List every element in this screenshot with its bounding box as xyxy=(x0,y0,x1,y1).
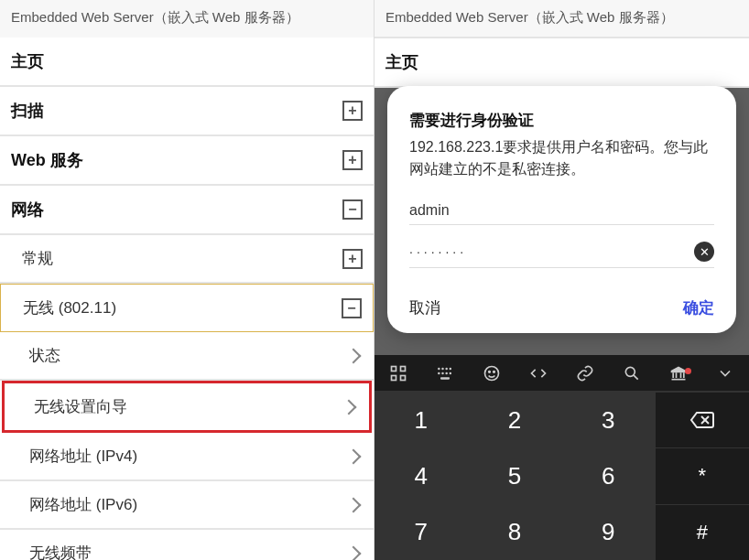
numeric-keyboard: 1 2 3 4 5 6 * 7 8 9 # xyxy=(374,355,749,560)
right-pane: Embedded Web Server（嵌入式 Web 服务器） 主页 需要进行… xyxy=(374,0,749,560)
svg-point-8 xyxy=(438,372,440,374)
username-field[interactable]: admin xyxy=(409,202,714,225)
key-hash[interactable]: # xyxy=(656,504,749,560)
password-field[interactable]: ········ xyxy=(409,244,694,259)
key-4[interactable]: 4 xyxy=(374,447,468,503)
ok-button[interactable]: 确定 xyxy=(683,297,714,318)
chevron-right-icon xyxy=(342,399,357,415)
page-title-right: Embedded Web Server（嵌入式 Web 服务器） xyxy=(374,0,749,38)
nav-wireless-wizard-label: 无线设置向导 xyxy=(34,396,127,417)
dialog-title: 需要进行身份验证 xyxy=(409,110,714,131)
svg-rect-2 xyxy=(391,375,396,380)
expand-icon: + xyxy=(342,150,363,170)
cancel-button[interactable]: 取消 xyxy=(409,297,440,318)
auth-dialog: 需要进行身份验证 192.168.223.1要求提供用户名和密码。您与此网站建立… xyxy=(387,86,736,333)
nav-status-label: 状态 xyxy=(29,345,60,366)
search-icon[interactable] xyxy=(617,364,646,382)
svg-rect-3 xyxy=(400,375,405,380)
nav-scan[interactable]: 扫描 + xyxy=(0,87,374,136)
svg-point-11 xyxy=(449,372,451,374)
keyboard-toolbar xyxy=(374,355,749,392)
nav-home-right[interactable]: 主页 xyxy=(374,37,749,88)
clear-password-icon[interactable]: ✕ xyxy=(694,242,714,262)
chevron-right-icon xyxy=(346,448,362,464)
svg-point-13 xyxy=(484,366,498,380)
nav-wireless[interactable]: 无线 (802.11) − xyxy=(0,284,374,332)
nav-network-label: 网络 xyxy=(11,199,44,221)
key-3[interactable]: 3 xyxy=(562,392,656,447)
nav-ipv4[interactable]: 网络地址 (IPv4) xyxy=(0,433,374,481)
chevron-right-icon xyxy=(346,497,362,512)
nav-network[interactable]: 网络 − xyxy=(0,186,374,235)
password-row: ········ ✕ xyxy=(409,242,714,268)
key-2[interactable]: 2 xyxy=(468,392,561,447)
expand-icon: + xyxy=(342,249,363,269)
svg-rect-12 xyxy=(440,377,450,380)
nav-wireless-label: 无线 (802.11) xyxy=(23,297,116,318)
nav-general[interactable]: 常规 + xyxy=(0,235,374,284)
svg-point-14 xyxy=(488,371,490,372)
expand-icon: + xyxy=(342,101,363,121)
link-icon[interactable] xyxy=(570,364,600,382)
nav-general-label: 常规 xyxy=(22,248,53,269)
nav-web-services[interactable]: Web 服务 + xyxy=(0,136,374,186)
svg-point-5 xyxy=(441,367,444,370)
highlight-wizard: 无线设置向导 xyxy=(2,381,372,433)
collapse-icon: − xyxy=(342,298,362,318)
svg-point-7 xyxy=(449,367,451,370)
nav-home[interactable]: 主页 xyxy=(0,38,374,87)
collapse-icon: − xyxy=(342,199,363,220)
emoji-icon[interactable] xyxy=(477,364,506,382)
apps-icon[interactable] xyxy=(384,364,413,382)
bank-icon[interactable] xyxy=(664,364,693,382)
chevron-right-icon xyxy=(346,545,362,560)
key-5[interactable]: 5 xyxy=(468,447,561,503)
key-6[interactable]: 6 xyxy=(562,447,656,503)
key-7[interactable]: 7 xyxy=(374,504,468,560)
key-asterisk[interactable]: * xyxy=(656,447,749,503)
key-1[interactable]: 1 xyxy=(374,392,468,447)
page-title-left: Embedded Web Server（嵌入式 Web 服务器） xyxy=(0,0,374,38)
nav-ipv6-label: 网络地址 (IPv6) xyxy=(29,494,137,515)
nav-status[interactable]: 状态 xyxy=(0,332,374,381)
svg-point-15 xyxy=(493,371,494,372)
key-9[interactable]: 9 xyxy=(562,504,656,560)
dialog-actions: 取消 确定 xyxy=(409,297,714,318)
nav-ipv4-label: 网络地址 (IPv4) xyxy=(29,446,137,467)
nav-home-label: 主页 xyxy=(11,50,44,72)
svg-rect-0 xyxy=(391,366,396,371)
svg-rect-1 xyxy=(400,366,405,371)
svg-point-16 xyxy=(626,367,635,376)
nav-web-services-label: Web 服务 xyxy=(11,149,83,171)
nav-band[interactable]: 无线频带 xyxy=(0,530,374,560)
svg-point-9 xyxy=(441,372,444,374)
key-backspace[interactable] xyxy=(656,392,749,447)
root: Embedded Web Server（嵌入式 Web 服务器） 主页 扫描 +… xyxy=(0,0,749,560)
notification-dot-icon xyxy=(685,368,691,374)
nav-ipv6[interactable]: 网络地址 (IPv6) xyxy=(0,481,374,530)
key-8[interactable]: 8 xyxy=(468,504,561,560)
nav-wireless-wizard[interactable]: 无线设置向导 xyxy=(5,383,369,430)
keyboard-collapse-icon[interactable] xyxy=(711,364,740,382)
svg-point-6 xyxy=(445,367,448,370)
dialog-message: 192.168.223.1要求提供用户名和密码。您与此网站建立的不是私密连接。 xyxy=(409,136,714,180)
keyboard-layout-icon[interactable] xyxy=(430,364,460,382)
left-pane: Embedded Web Server（嵌入式 Web 服务器） 主页 扫描 +… xyxy=(0,0,374,560)
svg-point-4 xyxy=(438,367,440,370)
nav-band-label: 无线频带 xyxy=(29,543,92,560)
chevron-right-icon xyxy=(346,348,362,363)
svg-point-10 xyxy=(445,372,448,374)
keypad-grid: 1 2 3 4 5 6 * 7 8 9 # xyxy=(374,392,749,560)
svg-line-17 xyxy=(634,375,638,380)
nav-scan-label: 扫描 xyxy=(11,100,44,122)
code-icon[interactable] xyxy=(524,364,553,382)
